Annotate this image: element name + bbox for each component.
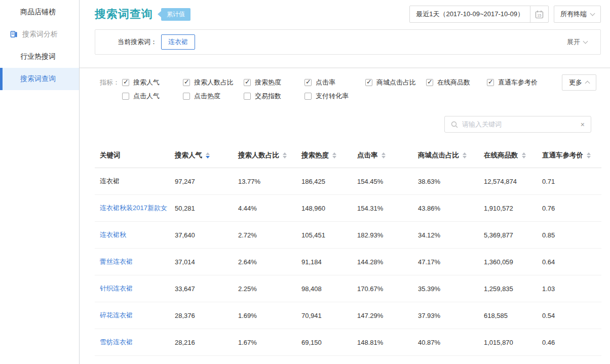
- col-header-search-popularity: 搜索人气: [175, 151, 238, 160]
- checkbox-icon[interactable]: [426, 79, 433, 86]
- metric-checkbox-search-popularity[interactable]: 搜索人气: [122, 78, 183, 87]
- col-label: 在线商品数: [484, 151, 518, 160]
- metric-label: 搜索人数占比: [194, 78, 234, 87]
- value-cell: 154.45%: [357, 178, 418, 185]
- col-label: 点击率: [357, 151, 378, 160]
- keyword-cell[interactable]: 连衣裙秋装2017新款女: [95, 204, 175, 213]
- metric-checkbox-search-heat[interactable]: 搜索热度: [244, 78, 304, 87]
- metrics-grid: 搜索人气 搜索人数占比 搜索热度 点击率: [122, 75, 548, 103]
- sort-icon[interactable]: [206, 152, 210, 158]
- book-icon: [10, 30, 18, 39]
- col-label: 搜索人数占比: [238, 151, 279, 160]
- metric-checkbox-online-products[interactable]: 在线商品数: [426, 78, 487, 87]
- checkbox-icon[interactable]: [122, 79, 129, 86]
- metric-checkbox-search-user-ratio[interactable]: 搜索人数占比: [183, 78, 244, 87]
- metric-checkbox-click-heat[interactable]: 点击热度: [183, 92, 244, 101]
- value-cell: 2.25%: [238, 285, 301, 293]
- checkbox-icon[interactable]: [244, 79, 251, 86]
- checkbox-icon[interactable]: [365, 79, 372, 86]
- value-cell: 4.44%: [238, 205, 301, 212]
- metric-checkbox-ztc-ref-price[interactable]: 直通车参考价: [487, 78, 548, 87]
- terminal-selector-value: 所有终端: [560, 10, 587, 19]
- value-cell: 1,360,059: [484, 258, 542, 266]
- svg-text:15: 15: [538, 14, 542, 17]
- value-cell: 47.17%: [418, 258, 484, 266]
- value-cell: 33,647: [175, 285, 238, 293]
- checkbox-icon[interactable]: [122, 93, 129, 100]
- chevron-down-icon: [583, 39, 588, 44]
- value-cell: 105,451: [301, 231, 357, 239]
- checkbox-icon[interactable]: [304, 93, 312, 100]
- sidebar-item-search-word-analysis[interactable]: 搜索词分析: [0, 23, 79, 46]
- value-cell: 40.87%: [418, 339, 484, 346]
- terminal-selector[interactable]: 所有终端: [554, 6, 601, 23]
- metric-label: 点击率: [316, 78, 335, 87]
- sort-icon[interactable]: [382, 152, 386, 158]
- value-cell: 618,585: [484, 312, 542, 319]
- sort-icon[interactable]: [283, 152, 287, 158]
- value-cell: 0.64: [542, 258, 601, 266]
- more-button[interactable]: 更多: [562, 74, 596, 91]
- value-cell: 28,376: [175, 312, 238, 319]
- sort-icon[interactable]: [332, 152, 336, 158]
- keyword-cell[interactable]: 碎花连衣裙: [95, 311, 175, 320]
- keyword-cell[interactable]: 连衣裙秋: [95, 230, 175, 239]
- value-cell: 1.69%: [238, 312, 301, 319]
- col-header-search-heat: 搜索热度: [301, 151, 357, 160]
- sidebar-item-product-shop-rank[interactable]: 商品店铺榜: [0, 1, 79, 23]
- checkbox-icon[interactable]: [244, 93, 251, 100]
- date-range-control: 最近1天（2017-10-09~2017-10-09） 15: [409, 6, 549, 23]
- metric-checkbox-ctr[interactable]: 点击率: [304, 78, 365, 87]
- col-header-search-user-ratio: 搜索人数占比: [238, 151, 301, 160]
- expand-button[interactable]: 展开: [567, 37, 587, 47]
- expand-label: 展开: [567, 37, 580, 47]
- checkbox-icon[interactable]: [304, 79, 312, 86]
- calendar-button[interactable]: 15: [530, 6, 548, 22]
- value-cell: 0.76: [542, 205, 601, 212]
- metric-checkbox-click-popularity[interactable]: 点击人气: [122, 92, 183, 101]
- checkbox-icon[interactable]: [183, 79, 190, 86]
- keyword-cell[interactable]: 蕾丝连衣裙: [95, 257, 175, 266]
- keyword-search-input[interactable]: [462, 120, 581, 128]
- current-keyword-label: 当前搜索词：: [118, 37, 157, 47]
- section-divider: [80, 55, 610, 68]
- metric-label: 交易指数: [255, 92, 281, 101]
- metric-label: 点击热度: [194, 92, 220, 101]
- current-keyword-tag[interactable]: 连衣裙: [161, 34, 195, 50]
- sort-icon[interactable]: [587, 152, 591, 158]
- date-range-button[interactable]: 最近1天（2017-10-09~2017-10-09）: [410, 6, 530, 22]
- table-row: 碎花连衣裙 28,376 1.69% 70,941 147.29% 37.93%…: [95, 302, 601, 329]
- keyword-cell[interactable]: 雪纺连衣裙: [95, 338, 175, 347]
- keyword-cell[interactable]: 针织连衣裙: [95, 284, 175, 293]
- metric-checkbox-pay-conversion[interactable]: 支付转化率: [304, 92, 365, 101]
- col-label: 商城点击占比: [418, 151, 459, 160]
- chevron-up-icon: [585, 81, 590, 86]
- value-cell: 144.28%: [357, 258, 418, 266]
- metrics-row-2: 点击人气 点击热度 交易指数 支付转化率: [122, 89, 548, 103]
- sidebar: 商品店铺榜 搜索词分析 行业热搜词 搜索词查询: [0, 0, 80, 364]
- sort-icon[interactable]: [522, 152, 526, 158]
- value-cell: 37,640: [175, 231, 238, 239]
- metrics-label: 指标：: [100, 75, 122, 103]
- value-cell: 5,369,877: [484, 231, 542, 239]
- value-cell: 97,247: [175, 178, 238, 185]
- value-cell: 50,281: [175, 205, 238, 212]
- table-row: 连衣裙秋 37,640 2.72% 105,451 182.93% 34.12%…: [95, 222, 601, 249]
- value-cell: 69,150: [301, 339, 357, 346]
- checkbox-icon[interactable]: [487, 79, 494, 86]
- sidebar-item-industry-hot-words[interactable]: 行业热搜词: [0, 46, 79, 68]
- main-content: 搜索词查询 累计值 最近1天（2017-10-09~2017-10-09） 15: [80, 0, 610, 364]
- metric-label: 直通车参考价: [498, 78, 538, 87]
- metric-checkbox-mall-click-ratio[interactable]: 商城点击占比: [365, 78, 426, 87]
- chevron-down-icon: [590, 11, 595, 16]
- more-label: 更多: [569, 78, 582, 87]
- search-icon: [451, 121, 458, 128]
- checkbox-icon[interactable]: [183, 93, 190, 100]
- value-cell: 1.67%: [238, 339, 301, 346]
- metric-checkbox-transaction-index[interactable]: 交易指数: [244, 92, 304, 101]
- sidebar-item-search-word-query[interactable]: 搜索词查询: [0, 68, 79, 90]
- sort-icon[interactable]: [463, 152, 467, 158]
- value-cell: 37.93%: [418, 312, 484, 319]
- table-header-row: 关键词 搜索人气 搜索人数占比 搜索热度 点击率: [95, 144, 601, 168]
- clear-search-icon[interactable]: ×: [581, 121, 585, 128]
